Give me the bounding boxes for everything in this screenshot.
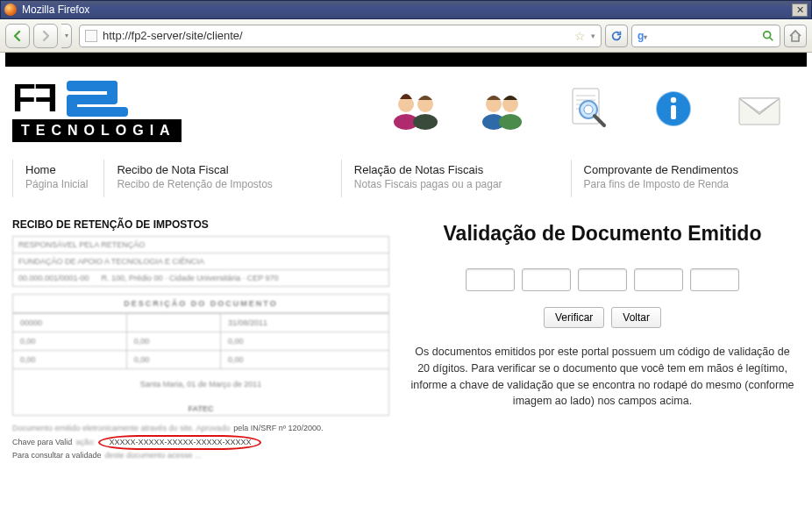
search-box[interactable]: g▾ xyxy=(631,25,780,47)
nav-comprovante[interactable]: Comprovante de Rendimentos Para fins de … xyxy=(571,160,754,197)
nav-item-subtitle: Página Inicial xyxy=(25,178,88,190)
sample-document-body: DESCRIÇÃO DO DOCUMENTO 0000031/08/2011 0… xyxy=(12,294,389,416)
url-dropdown-icon[interactable]: ▾ xyxy=(591,32,595,40)
back-button[interactable]: Voltar xyxy=(611,307,661,328)
top-black-bar xyxy=(5,53,807,67)
users-pair-icon[interactable] xyxy=(477,84,526,133)
nav-item-title: Home xyxy=(25,163,88,176)
mail-icon[interactable] xyxy=(735,84,784,133)
nav-home[interactable]: Home Página Inicial xyxy=(12,160,103,197)
info-icon[interactable] xyxy=(649,84,698,133)
bookmark-star-icon[interactable]: ☆ xyxy=(574,29,586,43)
nav-history-dropdown[interactable]: ▾ xyxy=(61,24,72,48)
nav-item-subtitle: Recibo de Retenção de Impostos xyxy=(117,178,272,190)
address-bar[interactable]: ☆ ▾ xyxy=(79,25,602,47)
sample-document: RESPONSÁVEL PELA RETENÇÃO FUNDAÇÃO DE AP… xyxy=(12,236,389,287)
firefox-icon xyxy=(4,4,17,16)
foot-line-3-prefix: Para consultar a validade xyxy=(12,450,102,462)
validation-code-inputs xyxy=(405,268,800,291)
nav-item-title: Comprovante de Rendimentos xyxy=(584,163,738,176)
logo-tagline: TECNOLOGIA xyxy=(12,119,182,142)
nav-relacao[interactable]: Relação de Notas Fiscais Notas Fiscais p… xyxy=(341,160,518,197)
code-segment-5[interactable] xyxy=(690,268,739,291)
url-input[interactable] xyxy=(103,29,569,42)
page-title: Validação de Documento Emitido xyxy=(405,222,800,246)
foot-line-1-suffix: pela IN/SRF nº 120/2000. xyxy=(233,423,323,435)
svg-point-25 xyxy=(671,97,676,103)
instructions-text: Os documentos emitidos por este portal p… xyxy=(405,344,800,410)
svg-rect-6 xyxy=(67,107,128,117)
nav-recibo[interactable]: Recibo de Nota Fiscal Recibo de Retenção… xyxy=(103,160,288,197)
home-button[interactable] xyxy=(784,25,807,47)
site-identity-icon xyxy=(85,30,97,42)
search-icon[interactable] xyxy=(762,30,774,42)
code-segment-3[interactable] xyxy=(578,268,627,291)
users-group-icon[interactable] xyxy=(391,84,440,133)
code-segment-2[interactable] xyxy=(522,268,571,291)
svg-point-0 xyxy=(764,31,771,38)
reload-button[interactable] xyxy=(605,25,628,47)
svg-point-9 xyxy=(413,114,438,130)
window-titlebar: Mozilla Firefox ✕ xyxy=(0,0,812,19)
sample-doc-footnotes: Documento emitido eletronicamente atravé… xyxy=(12,423,389,462)
verify-button[interactable]: Verificar xyxy=(544,307,604,328)
forward-button[interactable] xyxy=(33,24,58,48)
fp2-logo: FF TECNOLOGIA xyxy=(12,79,182,142)
nav-item-subtitle: Notas Fiscais pagas ou a pagar xyxy=(354,178,502,190)
nav-item-title: Relação de Notas Fiscais xyxy=(354,163,502,176)
svg-rect-26 xyxy=(671,105,676,119)
window-title: Mozilla Firefox xyxy=(22,4,89,16)
google-icon: g▾ xyxy=(637,30,647,42)
svg-point-13 xyxy=(499,114,522,130)
document-search-icon[interactable] xyxy=(563,84,612,133)
window-close-button[interactable]: ✕ xyxy=(792,4,808,17)
svg-line-1 xyxy=(770,37,773,40)
nav-item-title: Recibo de Nota Fiscal xyxy=(117,163,272,176)
back-button[interactable] xyxy=(5,24,30,48)
code-segment-4[interactable] xyxy=(634,268,683,291)
foot-line-2-prefix: Chave para Valid xyxy=(12,437,72,449)
svg-point-21 xyxy=(584,105,593,114)
browser-toolbar: ▾ ☆ ▾ g▾ xyxy=(0,19,812,53)
validation-key-highlight: XXXXX-XXXXX-XXXXX-XXXXX-XXXXX xyxy=(98,435,261,451)
nav-item-subtitle: Para fins de Imposto de Renda xyxy=(584,178,738,190)
code-segment-1[interactable] xyxy=(466,268,515,291)
sample-doc-heading: RECIBO DE RETENÇÃO DE IMPOSTOS xyxy=(12,218,389,231)
main-nav: Home Página Inicial Recibo de Nota Fisca… xyxy=(12,160,800,197)
